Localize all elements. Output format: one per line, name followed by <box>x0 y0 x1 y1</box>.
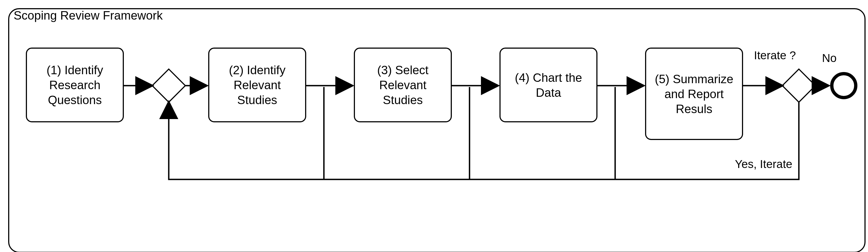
task-identify-relevant-studies: (2) Identify Relevant Studies <box>208 47 306 122</box>
task-summarize-report: (5) Summarize and Report Resuls <box>645 47 743 140</box>
label-iterate-question: Iterate ? <box>754 49 796 62</box>
task-select-relevant-studies: (3) Select Relevant Studies <box>354 47 452 122</box>
task-identify-research-questions: (1) Identify Research Questions <box>26 47 124 122</box>
end-event <box>830 72 857 99</box>
task-chart-the-data: (4) Chart the Data <box>499 47 597 122</box>
pool-title: Scoping Review Framework <box>13 9 163 22</box>
label-no: No <box>822 52 837 65</box>
diagram-container: Scoping Review Framework (1) Identify Re… <box>5 5 868 252</box>
label-yes-iterate: Yes, Iterate <box>735 158 792 171</box>
